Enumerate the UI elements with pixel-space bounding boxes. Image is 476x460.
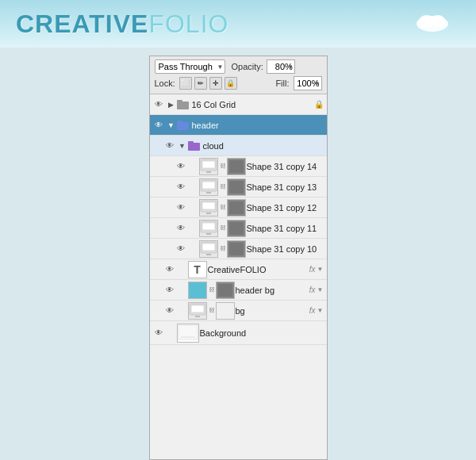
fx-arrow-creativefolio[interactable]: ▼ — [317, 266, 324, 273]
svg-rect-19 — [206, 213, 211, 214]
svg-rect-28 — [229, 243, 244, 255]
lock-row: Lock: ⬜ ✏ ✛ 🔒 Fill: ▼ — [155, 76, 322, 90]
chain-icon-bg: ⛓ — [209, 307, 215, 314]
expand-col-grid[interactable]: ▶ — [166, 94, 177, 114]
svg-rect-10 — [202, 161, 215, 168]
banner-title-bold: CREATIVE — [16, 10, 148, 38]
thumb-svg2-shape12 — [228, 200, 245, 216]
layer-row-shape11[interactable]: 👁 ⛓ Shape 31 copy 11 — [150, 218, 327, 239]
svg-rect-22 — [202, 223, 215, 230]
svg-rect-26 — [202, 243, 215, 251]
layer-thumb2-bg — [216, 302, 235, 320]
layer-row-shape12[interactable]: 👁 ⛓ Shape 31 copy 12 — [150, 197, 327, 218]
layer-row-cloud[interactable]: 👁 ▼ cloud — [150, 136, 327, 156]
lock-position-button[interactable]: ✛ — [209, 77, 222, 90]
layer-name-bg: bg — [236, 306, 309, 316]
expand-header[interactable]: ▼ — [166, 115, 177, 135]
fill-wrapper[interactable]: ▼ — [294, 76, 322, 90]
layer-thumb-creativefolio: T — [188, 261, 207, 278]
eye-visibility-col-grid[interactable]: 👁 — [152, 94, 166, 114]
eye-visibility-shape12[interactable]: 👁 — [174, 197, 188, 217]
layer-row-shape14[interactable]: 👁 ⛓ Shape 31 copy 14 — [150, 156, 327, 177]
layer-thumb2-shape12 — [227, 199, 246, 217]
svg-rect-4 — [177, 100, 182, 102]
eye-visibility-header-bg[interactable]: 👁 — [163, 280, 177, 300]
thumb-svg-shape10 — [200, 241, 217, 257]
layer-name-creativefolio: CreativeFOLIO — [208, 265, 309, 274]
layers-panel: Pass Through Normal Multiply ▼ Opacity: … — [149, 56, 328, 460]
layer-thumb-header-bg — [188, 282, 207, 299]
layer-row-shape13[interactable]: 👁 ⛓ Shape 31 copy 13 — [150, 177, 327, 197]
banner-title: CREATIVEFOLIO — [16, 10, 228, 39]
eye-visibility-background[interactable]: 👁 — [152, 321, 166, 344]
blend-mode-row: Pass Through Normal Multiply ▼ Opacity: … — [155, 59, 322, 74]
chain-icon-shape12: ⛓ — [220, 204, 226, 211]
layer-thumb-shape13 — [199, 178, 218, 196]
layer-thumb-shape12 — [199, 199, 218, 217]
fill-label: Fill: — [275, 79, 289, 88]
lock-paint-button[interactable]: ✏ — [194, 77, 207, 90]
blend-mode-wrapper[interactable]: Pass Through Normal Multiply ▼ — [155, 59, 225, 74]
folder-icon-col-grid — [177, 99, 190, 110]
lock-transparent-button[interactable]: ⬜ — [179, 77, 192, 90]
layer-name-shape12: Shape 31 copy 12 — [247, 203, 327, 213]
chain-icon-shape14: ⛓ — [220, 163, 226, 170]
folder-icon-cloud — [188, 140, 201, 151]
layer-row-background[interactable]: 👁 Background — [150, 321, 327, 345]
svg-rect-12 — [229, 160, 244, 173]
blend-mode-select[interactable]: Pass Through Normal Multiply — [155, 59, 225, 74]
thumb-svg2-shape14 — [228, 159, 245, 174]
fx-arrow-header-bg[interactable]: ▼ — [317, 286, 324, 293]
expand-cloud[interactable]: ▼ — [177, 136, 188, 155]
fill-input[interactable] — [294, 76, 322, 90]
lock-icon-col-grid: 🔒 — [314, 100, 324, 109]
lock-all-button[interactable]: 🔒 — [225, 77, 237, 90]
layers-list: 👁 ▶ 16 Col Grid 🔒 👁 ▼ header — [150, 94, 327, 459]
chain-icon-shape11: ⛓ — [220, 224, 226, 232]
svg-rect-32 — [195, 316, 200, 317]
fx-arrow-bg[interactable]: ▼ — [317, 307, 324, 314]
svg-rect-3 — [177, 102, 189, 109]
layer-thumb2-shape14 — [227, 158, 246, 175]
svg-rect-20 — [229, 201, 244, 214]
eye-visibility-creativefolio[interactable]: 👁 — [163, 259, 177, 279]
opacity-label: Opacity: — [232, 62, 263, 71]
layer-row-shape10[interactable]: 👁 ⛓ Shape 31 copy 10 — [150, 239, 327, 259]
layer-row-header[interactable]: 👁 ▼ header — [150, 115, 327, 136]
opacity-wrapper[interactable]: ▼ — [267, 59, 295, 74]
svg-rect-14 — [202, 182, 215, 189]
main-area: Pass Through Normal Multiply ▼ Opacity: … — [0, 48, 476, 460]
svg-rect-15 — [206, 192, 211, 194]
layer-row-col-grid[interactable]: 👁 ▶ 16 Col Grid 🔒 — [150, 94, 327, 115]
svg-point-2 — [431, 15, 445, 26]
chain-icon-shape13: ⛓ — [220, 183, 226, 190]
layer-name-shape14: Shape 31 copy 14 — [247, 162, 327, 171]
layer-row-header-bg[interactable]: 👁 ⛓ header bg fx ▼ — [150, 280, 327, 301]
layer-name-header-bg: header bg — [236, 286, 309, 295]
eye-visibility-header[interactable]: 👁 — [152, 115, 166, 135]
thumb-svg2-shape11 — [228, 220, 245, 236]
chain-icon-shape10: ⛓ — [220, 245, 226, 252]
layer-thumb-shape11 — [199, 220, 218, 237]
svg-rect-27 — [206, 254, 211, 255]
eye-visibility-shape10[interactable]: 👁 — [174, 239, 188, 259]
opacity-input[interactable] — [267, 59, 295, 74]
layer-name-shape13: Shape 31 copy 13 — [247, 182, 327, 192]
layer-thumb-shape10 — [199, 240, 218, 258]
layer-row-bg[interactable]: 👁 ⛓ bg fx ▼ — [150, 301, 327, 321]
thumb-svg-background — [178, 324, 198, 342]
eye-visibility-shape13[interactable]: 👁 — [174, 177, 188, 197]
thumb-svg-shape13 — [200, 179, 217, 195]
layer-name-cloud: cloud — [203, 141, 327, 151]
thumb-svg-shape11 — [200, 220, 217, 236]
layer-thumb2-shape13 — [227, 178, 246, 196]
svg-rect-11 — [206, 171, 211, 173]
chain-icon-header-bg: ⛓ — [209, 286, 215, 293]
eye-visibility-bg[interactable]: 👁 — [163, 301, 177, 320]
layer-row-creativefolio[interactable]: 👁 T CreativeFOLIO fx ▼ — [150, 259, 327, 280]
banner: CREATIVEFOLIO — [0, 0, 476, 48]
lock-label: Lock: — [155, 79, 175, 88]
eye-visibility-shape14[interactable]: 👁 — [174, 156, 188, 176]
eye-visibility-shape11[interactable]: 👁 — [174, 218, 188, 238]
eye-visibility-cloud[interactable]: 👁 — [163, 136, 177, 155]
